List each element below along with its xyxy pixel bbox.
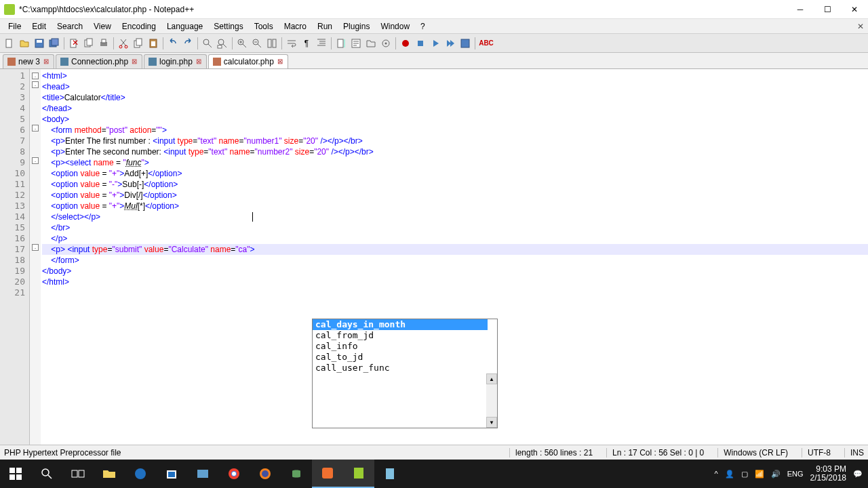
menu-window[interactable]: Window xyxy=(375,20,415,33)
svg-rect-10 xyxy=(102,39,106,43)
indent-guide-icon[interactable] xyxy=(315,37,328,50)
close-button[interactable]: ✕ xyxy=(841,0,868,18)
minimize-button[interactable]: ─ xyxy=(787,0,814,18)
xampp-icon[interactable] xyxy=(312,460,343,488)
new-file-icon[interactable] xyxy=(3,37,16,50)
tab-close-icon[interactable]: ⊠ xyxy=(277,58,283,65)
wifi-icon[interactable]: 📶 xyxy=(755,470,764,479)
app-icon-1[interactable] xyxy=(187,460,218,488)
doc-close-icon[interactable]: ✕ xyxy=(857,22,864,31)
find-icon[interactable] xyxy=(201,37,214,50)
battery-icon[interactable]: ▢ xyxy=(741,470,748,479)
menu-plugins[interactable]: Plugins xyxy=(338,20,375,33)
firefox-icon[interactable] xyxy=(250,460,281,488)
notifications-icon[interactable]: 💬 xyxy=(853,470,863,479)
close-file-icon[interactable]: ✕ xyxy=(67,37,81,50)
scroll-thumb[interactable] xyxy=(486,384,497,417)
open-file-icon[interactable] xyxy=(18,37,31,50)
menu-search[interactable]: Search xyxy=(52,20,88,33)
save-all-icon[interactable] xyxy=(47,37,61,50)
menu-help[interactable]: ? xyxy=(415,20,431,33)
store-icon[interactable] xyxy=(156,460,187,488)
menu-encoding[interactable]: Encoding xyxy=(117,20,161,33)
monitoring-icon[interactable] xyxy=(379,37,393,50)
tab-close-icon[interactable]: ⊠ xyxy=(195,58,202,65)
redo-icon[interactable] xyxy=(181,37,195,50)
chrome-icon[interactable] xyxy=(218,460,250,488)
maximize-button[interactable]: ☐ xyxy=(814,0,841,18)
autocomplete-item[interactable]: cal_info xyxy=(313,341,488,352)
svg-rect-37 xyxy=(16,468,22,473)
window-controls: ─ ☐ ✕ xyxy=(787,0,868,18)
undo-icon[interactable] xyxy=(166,37,180,50)
notepad-icon[interactable] xyxy=(374,460,406,488)
sync-scroll-icon[interactable] xyxy=(265,37,279,50)
clock[interactable]: 9:03 PM 2/15/2018 xyxy=(810,465,846,483)
menu-macro[interactable]: Macro xyxy=(279,20,312,33)
volume-icon[interactable]: 🔊 xyxy=(771,470,781,479)
clock-date: 2/15/2018 xyxy=(810,474,846,483)
mysql-icon[interactable] xyxy=(281,460,312,488)
svg-point-18 xyxy=(218,39,224,45)
tray-chevron-icon[interactable]: ^ xyxy=(715,470,718,478)
status-position: Ln : 17 Col : 56 Sel : 0 | 0 xyxy=(606,448,704,458)
tab-close-icon[interactable]: ⊠ xyxy=(43,58,50,65)
language-indicator[interactable]: ENG xyxy=(787,470,804,478)
notepadpp-icon[interactable] xyxy=(343,460,374,488)
replace-icon[interactable] xyxy=(216,37,229,50)
record-macro-icon[interactable] xyxy=(399,37,412,50)
tab-new3[interactable]: new 3 ⊠ xyxy=(3,54,54,68)
taskbar: ^ 👤 ▢ 📶 🔊 ENG 9:03 PM 2/15/2018 💬 xyxy=(0,460,868,488)
code-editor[interactable]: 123456789101112131415161718192021 ----- … xyxy=(0,69,868,462)
menu-run[interactable]: Run xyxy=(312,20,338,33)
spell-check-icon[interactable]: ABC xyxy=(478,37,494,50)
app-icon xyxy=(4,4,15,15)
tab-login[interactable]: login.php ⊠ xyxy=(144,54,207,68)
play-multi-macro-icon[interactable] xyxy=(443,37,457,50)
task-view-icon[interactable] xyxy=(62,460,94,488)
close-all-icon[interactable] xyxy=(82,37,96,50)
menu-tools[interactable]: Tools xyxy=(249,20,279,33)
status-mode[interactable]: INS xyxy=(844,448,864,458)
menu-settings[interactable]: Settings xyxy=(208,20,248,33)
show-all-chars-icon[interactable]: ¶ xyxy=(300,37,313,50)
print-icon[interactable] xyxy=(97,37,111,50)
doc-map-icon[interactable] xyxy=(334,37,348,50)
autocomplete-scrollbar[interactable]: ▲ ▼ xyxy=(486,373,497,428)
edge-icon[interactable] xyxy=(125,460,156,488)
menu-language[interactable]: Language xyxy=(161,20,208,33)
save-icon[interactable] xyxy=(33,37,46,50)
paste-icon[interactable] xyxy=(146,37,160,50)
start-button[interactable] xyxy=(0,460,31,488)
cut-icon[interactable] xyxy=(117,37,130,50)
window-title: *C:\xampp\htdocs\ex\calculator.php - Not… xyxy=(19,5,787,14)
search-icon[interactable] xyxy=(31,460,62,488)
menu-file[interactable]: File xyxy=(3,20,26,33)
status-eol[interactable]: Windows (CR LF) xyxy=(717,448,788,458)
tab-close-icon[interactable]: ⊠ xyxy=(131,58,138,65)
autocomplete-item[interactable]: cal_to_jd xyxy=(313,352,488,363)
zoom-in-icon[interactable] xyxy=(235,37,249,50)
menu-edit[interactable]: Edit xyxy=(26,20,52,33)
copy-icon[interactable] xyxy=(132,37,145,50)
folder-workspace-icon[interactable] xyxy=(364,37,378,50)
autocomplete-item[interactable]: call_user_func xyxy=(313,363,488,373)
tab-calculator[interactable]: calculator.php ⊠ xyxy=(208,54,288,68)
status-encoding[interactable]: UTF-8 xyxy=(802,448,831,458)
clean-file-icon xyxy=(149,58,157,66)
play-macro-icon[interactable] xyxy=(429,37,442,50)
tab-connection[interactable]: Connection.php ⊠ xyxy=(56,54,142,68)
function-list-icon[interactable] xyxy=(349,37,363,50)
zoom-out-icon[interactable] xyxy=(250,37,264,50)
save-macro-icon[interactable] xyxy=(458,37,472,50)
autocomplete-item[interactable]: cal_days_in_month xyxy=(313,319,488,330)
file-explorer-icon[interactable] xyxy=(94,460,125,488)
people-icon[interactable]: 👤 xyxy=(725,470,734,479)
word-wrap-icon[interactable] xyxy=(285,37,298,50)
scroll-down-icon[interactable]: ▼ xyxy=(486,417,497,428)
autocomplete-item[interactable]: cal_from_jd xyxy=(313,330,488,341)
stop-macro-icon[interactable] xyxy=(414,37,427,50)
scroll-up-icon[interactable]: ▲ xyxy=(486,373,497,384)
menu-view[interactable]: View xyxy=(88,20,117,33)
dirty-file-icon xyxy=(213,58,221,66)
